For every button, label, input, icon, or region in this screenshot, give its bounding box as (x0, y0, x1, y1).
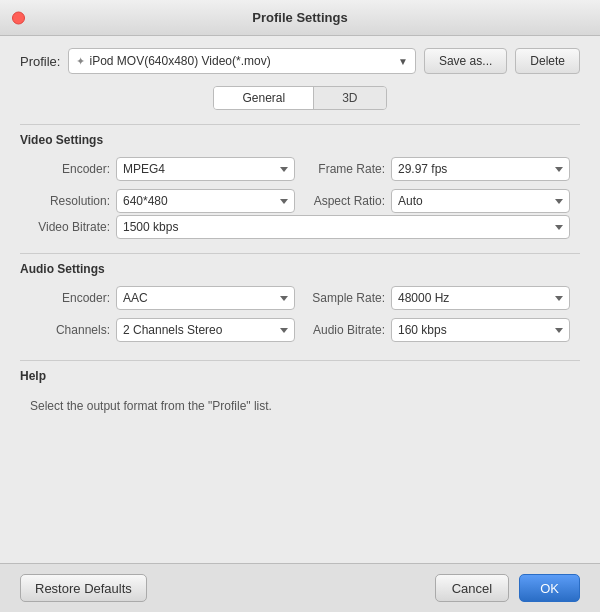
delete-button[interactable]: Delete (515, 48, 580, 74)
audio-bitrate-label: Audio Bitrate: (305, 323, 385, 337)
cancel-button[interactable]: Cancel (435, 574, 509, 602)
audio-encoder-row: Encoder: AAC (30, 286, 295, 310)
frame-rate-row: Frame Rate: 29.97 fps (305, 157, 570, 181)
audio-settings-grid: Encoder: AAC Sample Rate: 48000 Hz Chann… (20, 286, 580, 342)
channels-select[interactable]: 2 Channels Stereo (116, 318, 295, 342)
tab-3d[interactable]: 3D (314, 87, 385, 109)
profile-select[interactable]: iPod MOV(640x480) Video(*.mov) (68, 48, 415, 74)
aspect-ratio-row: Aspect Ratio: Auto (305, 189, 570, 213)
sample-rate-select[interactable]: 48000 Hz (391, 286, 570, 310)
video-bitrate-select[interactable]: 1500 kbps (116, 215, 570, 239)
title-bar: Profile Settings (0, 0, 600, 36)
restore-defaults-button[interactable]: Restore Defaults (20, 574, 147, 602)
audio-settings-section: Audio Settings Encoder: AAC Sample Rate:… (20, 253, 580, 342)
help-section: Help Select the output format from the "… (20, 360, 580, 413)
window-title: Profile Settings (252, 10, 347, 25)
audio-settings-title: Audio Settings (20, 262, 580, 276)
help-title: Help (20, 369, 580, 383)
close-button[interactable] (12, 11, 25, 24)
ok-button[interactable]: OK (519, 574, 580, 602)
encoder-select[interactable]: MPEG4 (116, 157, 295, 181)
video-settings-section: Video Settings Encoder: MPEG4 Frame Rate… (20, 124, 580, 239)
resolution-select[interactable]: 640*480 (116, 189, 295, 213)
footer: Restore Defaults Cancel OK (0, 563, 600, 612)
audio-bitrate-row: Audio Bitrate: 160 kbps (305, 318, 570, 342)
sample-rate-label: Sample Rate: (305, 291, 385, 305)
audio-encoder-select[interactable]: AAC (116, 286, 295, 310)
aspect-ratio-label: Aspect Ratio: (305, 194, 385, 208)
help-divider (20, 360, 580, 361)
audio-encoder-label: Encoder: (30, 291, 110, 305)
channels-row: Channels: 2 Channels Stereo (30, 318, 295, 342)
footer-right: Cancel OK (435, 574, 580, 602)
encoder-row: Encoder: MPEG4 (30, 157, 295, 181)
encoder-label: Encoder: (30, 162, 110, 176)
help-text: Select the output format from the "Profi… (20, 393, 580, 413)
resolution-row: Resolution: 640*480 (30, 189, 295, 213)
channels-label: Channels: (30, 323, 110, 337)
video-settings-divider (20, 124, 580, 125)
video-bitrate-label: Video Bitrate: (30, 220, 110, 234)
resolution-label: Resolution: (30, 194, 110, 208)
profile-label: Profile: (20, 54, 60, 69)
aspect-ratio-select[interactable]: Auto (391, 189, 570, 213)
tab-general[interactable]: General (214, 87, 314, 109)
frame-rate-label: Frame Rate: (305, 162, 385, 176)
main-content: Profile: ✦ iPod MOV(640x480) Video(*.mov… (0, 36, 600, 563)
save-as-button[interactable]: Save as... (424, 48, 507, 74)
video-settings-title: Video Settings (20, 133, 580, 147)
video-settings-grid: Encoder: MPEG4 Frame Rate: 29.97 fps Res… (20, 157, 580, 213)
profile-row: Profile: ✦ iPod MOV(640x480) Video(*.mov… (20, 48, 580, 74)
tab-group: General 3D (213, 86, 386, 110)
tabs-row: General 3D (20, 86, 580, 110)
frame-rate-select[interactable]: 29.97 fps (391, 157, 570, 181)
sample-rate-row: Sample Rate: 48000 Hz (305, 286, 570, 310)
audio-bitrate-select[interactable]: 160 kbps (391, 318, 570, 342)
video-bitrate-row: Video Bitrate: 1500 kbps (20, 215, 580, 239)
profile-select-wrapper: ✦ iPod MOV(640x480) Video(*.mov) ▼ (68, 48, 415, 74)
audio-settings-divider (20, 253, 580, 254)
